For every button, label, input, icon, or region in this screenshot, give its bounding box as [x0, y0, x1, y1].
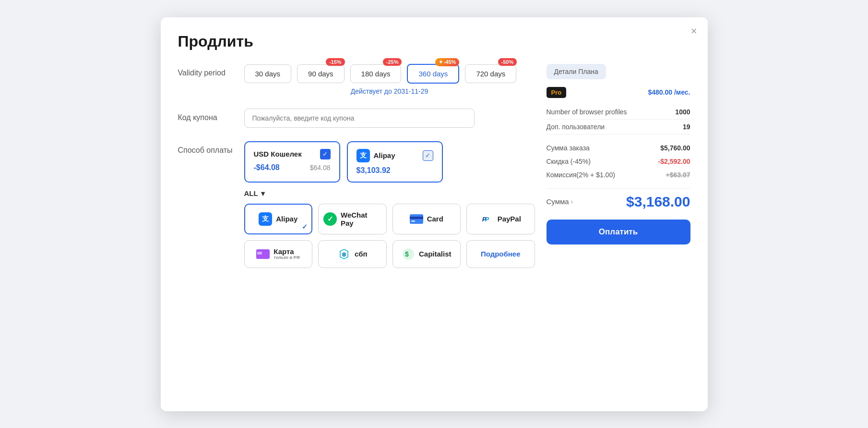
- karta-icon: [256, 247, 270, 261]
- plan-price: $480.00 /мес.: [648, 88, 690, 96]
- order-discount-value: -$2,592.00: [658, 158, 690, 165]
- plan-profiles-label: Number of browser profiles: [547, 108, 627, 116]
- badge-90: -15%: [326, 58, 345, 66]
- modal-container: × Продлить Validity period 30 days -15% …: [161, 17, 708, 411]
- order-discount-row: Скидка (-45%) -$2,592.00: [547, 155, 690, 168]
- paypal-icon: P P: [480, 212, 494, 226]
- payment-grid: 支 Alipay ✓ ✓ WeChat Pay: [244, 204, 535, 268]
- validity-btn-180[interactable]: -25% 180 days: [350, 64, 402, 83]
- order-sum-label: Сумма заказа: [547, 144, 590, 152]
- pay-button[interactable]: Оплатить: [547, 220, 690, 245]
- card-icon: [410, 212, 423, 226]
- chevron-down-icon: ▾: [261, 189, 265, 198]
- plan-detail-profiles: Number of browser profiles 1000: [547, 105, 690, 120]
- capitalist-option-label: Capitalist: [419, 250, 452, 258]
- plan-users-value: 19: [683, 123, 690, 131]
- coupon-label: Код купона: [178, 109, 236, 122]
- alipay-selected-name: Alipay: [374, 151, 395, 159]
- plan-profiles-value: 1000: [675, 108, 690, 116]
- alipay-selected-amount: $3,103.92: [357, 166, 433, 175]
- wechat-option-label: WeChat Pay: [341, 211, 381, 227]
- svg-text:P: P: [485, 216, 489, 223]
- badge-360: ✦ -45%: [435, 58, 460, 66]
- alipay-selected-check: ✓: [423, 150, 433, 161]
- svg-rect-7: [257, 252, 262, 255]
- payment-option-karta[interactable]: Карта только в РФ: [244, 240, 313, 268]
- podrobnee-label: Подробнее: [481, 250, 521, 258]
- plan-badge: Pro: [547, 87, 567, 98]
- capitalist-icon: $: [402, 247, 415, 261]
- svg-rect-2: [411, 220, 415, 222]
- main-content: Validity period 30 days -15% 90 days -25…: [178, 64, 535, 394]
- svg-marker-10: [342, 252, 346, 257]
- validity-btn-360[interactable]: ✦ -45% 360 days: [407, 64, 459, 84]
- alipay-selected-header: 支 Alipay ✓: [357, 149, 433, 162]
- plan-name-row: Pro $480.00 /мес.: [547, 87, 690, 98]
- svg-rect-1: [410, 217, 423, 219]
- usd-wallet-deduct: -$64.08: [254, 163, 280, 172]
- badge-180: -25%: [383, 58, 402, 66]
- alipay-icon: 支: [259, 212, 272, 226]
- payment-selected: USD Кошелек ✓ -$64.08 $64.08 支: [244, 141, 535, 183]
- order-commission-value: +$63.07: [666, 171, 690, 179]
- validity-content: 30 days -15% 90 days -25% 180 days ✦ -45…: [244, 64, 535, 95]
- plan-details-header: Детали Плана: [547, 64, 606, 79]
- validity-btn-720[interactable]: -50% 720 days: [465, 64, 516, 83]
- total-amount: $3,168.00: [626, 194, 690, 210]
- plan-users-label: Доп. пользователи: [547, 123, 605, 131]
- usd-wallet-card[interactable]: USD Кошелек ✓ -$64.08 $64.08: [244, 141, 340, 183]
- card-option-label: Card: [427, 215, 443, 223]
- payment-option-wechat[interactable]: ✓ WeChat Pay: [318, 204, 387, 234]
- karta-label-wrap: Карта только в РФ: [273, 247, 300, 260]
- payment-option-card[interactable]: Card: [392, 204, 461, 234]
- order-sum-row: Сумма заказа $5,760.00: [547, 141, 690, 155]
- payment-method-content: USD Кошелек ✓ -$64.08 $64.08 支: [244, 141, 535, 268]
- payment-option-capitalist[interactable]: $ Capitalist: [392, 240, 461, 268]
- wechat-icon: ✓: [323, 212, 337, 226]
- validity-row: Validity period 30 days -15% 90 days -25…: [178, 64, 535, 95]
- order-discount-label: Скидка (-45%): [547, 158, 591, 165]
- payment-method-row: Способ оплаты USD Кошелек ✓ -$64.08: [178, 141, 535, 268]
- payment-option-alipay[interactable]: 支 Alipay ✓: [244, 204, 313, 234]
- right-panel: Детали Плана Pro $480.00 /мес. Number of…: [547, 64, 690, 394]
- payment-method-label: Способ оплаты: [178, 141, 236, 155]
- order-section: Сумма заказа $5,760.00 Скидка (-45%) -$2…: [547, 141, 690, 182]
- alipay-option-label: Alipay: [276, 215, 297, 223]
- svg-text:$: $: [405, 250, 409, 258]
- order-sum-value: $5,760.00: [660, 144, 690, 152]
- sbp-icon: [337, 247, 351, 261]
- coupon-content: [244, 109, 535, 128]
- modal-title: Продлить: [178, 33, 690, 50]
- coupon-input[interactable]: [244, 109, 475, 128]
- usd-wallet-amounts: -$64.08 $64.08: [254, 163, 331, 172]
- karta-option-label: Карта: [273, 247, 294, 256]
- payment-option-podrobnee[interactable]: Подробнее: [466, 240, 535, 268]
- usd-wallet-name: USD Кошелек: [254, 150, 302, 158]
- paypal-option-label: PayPal: [498, 215, 521, 223]
- close-button[interactable]: ×: [691, 26, 697, 37]
- badge-720: -50%: [498, 58, 517, 66]
- total-section: Сумма › $3,168.00: [547, 188, 690, 210]
- chevron-right-icon: ›: [571, 198, 573, 205]
- all-label: ALL: [244, 189, 258, 197]
- order-commission-label: Комиссия(2% + $1.00): [547, 171, 615, 179]
- validity-subtitle: Действует до 2031-11-29: [244, 87, 535, 95]
- modal-body: Validity period 30 days -15% 90 days -25…: [178, 64, 690, 394]
- usd-wallet-check: ✓: [320, 149, 331, 159]
- usd-wallet-balance: $64.08: [310, 164, 331, 171]
- alipay-selected-card[interactable]: 支 Alipay ✓ $3,103.92: [347, 141, 443, 183]
- alipay-selected-icon: 支: [357, 149, 370, 162]
- validity-options: 30 days -15% 90 days -25% 180 days ✦ -45…: [244, 64, 535, 84]
- validity-label: Validity period: [178, 64, 236, 77]
- usd-wallet-header: USD Кошелек ✓: [254, 149, 331, 159]
- alipay-selected-check-mark: ✓: [302, 223, 308, 231]
- validity-btn-90[interactable]: -15% 90 days: [297, 64, 345, 83]
- all-dropdown[interactable]: ALL ▾: [244, 189, 535, 198]
- plan-detail-users: Доп. пользователи 19: [547, 120, 690, 135]
- payment-option-sbp[interactable]: сбп: [318, 240, 387, 268]
- payment-option-paypal[interactable]: P P PayPal: [466, 204, 535, 234]
- order-commission-row: Комиссия(2% + $1.00) +$63.07: [547, 168, 690, 182]
- validity-btn-30[interactable]: 30 days: [244, 64, 292, 83]
- total-label: Сумма ›: [547, 197, 573, 206]
- karta-sublabel: только в РФ: [273, 256, 300, 260]
